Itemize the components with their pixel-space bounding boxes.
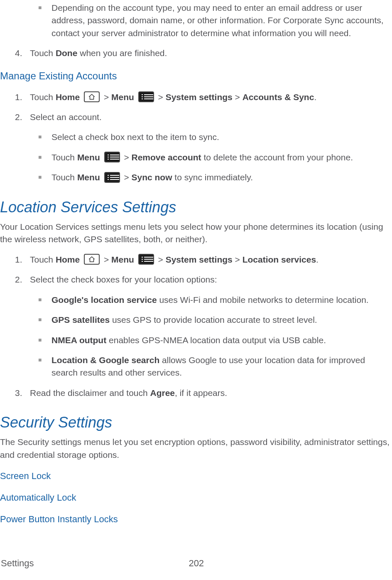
body-text: Depending on the account type, you may n… <box>44 2 392 39</box>
heading-security-settings: Security Settings <box>0 412 392 433</box>
body-text: GPS satellites uses GPS to provide locat… <box>44 314 392 326</box>
footer-page-number: 202 <box>34 557 359 570</box>
list-number: 4. <box>15 47 25 59</box>
bullet-icon: ■ <box>38 294 44 305</box>
body-text: The Security settings menus let you set … <box>0 436 392 461</box>
list-number: 3. <box>15 387 25 399</box>
body-text: Touch Home > Menu > System settings > Lo… <box>25 253 392 266</box>
list-number: 1. <box>15 91 25 103</box>
menu-icon <box>138 254 154 265</box>
body-text: Touch Menu > Sync now to sync immediatel… <box>44 171 392 184</box>
body-text: Read the disclaimer and touch Agree, if … <box>25 387 392 399</box>
bullet-icon: ■ <box>38 334 44 346</box>
body-text: Google's location service uses Wi-Fi and… <box>44 294 392 306</box>
link-automatically-lock[interactable]: Automatically Lock <box>0 491 392 504</box>
page-footer: Settings 202 <box>0 557 392 570</box>
body-text: Select an account. <box>25 111 392 123</box>
body-text: Your Location Services settings menu let… <box>0 221 392 246</box>
heading-location-services-settings: Location Services Settings <box>0 197 392 218</box>
body-text: NMEA output enables GPS-NMEA location da… <box>44 334 392 347</box>
bullet-icon: ■ <box>38 314 44 325</box>
bullet-icon: ■ <box>38 151 44 163</box>
home-icon <box>84 254 100 265</box>
list-number: 2. <box>15 273 25 286</box>
link-screen-lock[interactable]: Screen Lock <box>0 469 392 483</box>
body-text: Location & Google search allows Google t… <box>44 354 392 379</box>
menu-icon <box>104 172 120 183</box>
list-number: 1. <box>15 253 25 266</box>
body-text: Touch Home > Menu > System settings > Ac… <box>25 91 392 103</box>
body-text: Touch Menu > Remove account to delete th… <box>44 151 392 164</box>
body-text: Touch Done when you are finished. <box>25 47 392 59</box>
home-icon <box>84 91 100 102</box>
footer-section-name: Settings <box>0 557 34 570</box>
menu-icon <box>104 152 120 162</box>
bullet-icon: ■ <box>38 354 44 366</box>
bullet-icon: ■ <box>38 2 44 13</box>
link-power-button-instantly-locks[interactable]: Power Button Instantly Locks <box>0 513 392 526</box>
body-text: Select the check boxes for your location… <box>25 273 392 286</box>
bullet-icon: ■ <box>38 171 44 183</box>
heading-manage-existing-accounts: Manage Existing Accounts <box>0 69 392 84</box>
body-text: Select a check box next to the item to s… <box>44 131 392 143</box>
menu-icon <box>138 91 154 102</box>
bullet-icon: ■ <box>38 131 44 143</box>
list-number: 2. <box>15 111 25 123</box>
